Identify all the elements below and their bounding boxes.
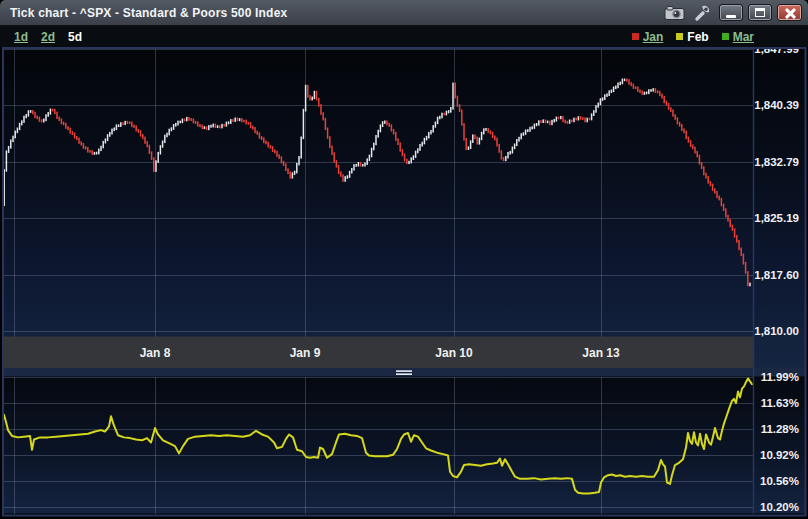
series-legend: JanFebMar: [632, 30, 754, 44]
pct-axis-label: 11.63%: [761, 397, 799, 409]
date-axis-band: [4, 337, 753, 369]
legend-mar[interactable]: Mar: [722, 30, 754, 44]
app-window: Tick chart - ^SPX - Standard & Poors 500…: [0, 0, 808, 519]
legend-feb[interactable]: Feb: [676, 30, 708, 44]
pct-axis-label: 10.56%: [760, 475, 799, 487]
date-label: Jan 8: [140, 346, 171, 360]
price-axis-label: 1,810.00: [754, 325, 799, 337]
titlebar-tools: [663, 4, 802, 22]
panel-splitter[interactable]: [3, 368, 805, 377]
camera-icon[interactable]: [663, 4, 686, 22]
date-label: Jan 10: [435, 346, 473, 360]
range-5d[interactable]: 5d: [68, 30, 82, 44]
legend-jan[interactable]: Jan: [632, 30, 664, 44]
maximize-icon: [755, 8, 765, 17]
minimize-icon: [726, 15, 736, 18]
legend-label[interactable]: Feb: [687, 30, 708, 44]
legend-label[interactable]: Mar: [733, 30, 754, 44]
titlebar[interactable]: Tick chart - ^SPX - Standard & Poors 500…: [0, 0, 808, 26]
date-label: Jan 13: [582, 346, 620, 360]
date-label: Jan 9: [290, 346, 321, 360]
range-1d[interactable]: 1d: [14, 30, 28, 44]
window-title: Tick chart - ^SPX - Standard & Poors 500…: [10, 6, 287, 20]
range-selector: 1d2d5d: [14, 30, 82, 44]
wrench-icon[interactable]: [691, 4, 714, 22]
toolbar: 1d2d5d JanFebMar: [0, 26, 808, 47]
price-plot-area[interactable]: [4, 49, 805, 368]
price-axis-label: 1,832.79: [754, 156, 799, 168]
legend-swatch: [676, 33, 683, 40]
pct-axis-label: 11.28%: [761, 423, 799, 435]
range-2d[interactable]: 2d: [41, 30, 55, 44]
pct-axis-label: 11.99%: [761, 371, 799, 383]
price-axis-label: 1,817.60: [754, 269, 799, 281]
legend-label[interactable]: Jan: [643, 30, 664, 44]
maximize-button[interactable]: [748, 4, 772, 21]
chart-canvas[interactable]: Jan 8Jan 9Jan 10Jan 131,847.991,840.391,…: [0, 47, 808, 519]
legend-swatch: [632, 33, 639, 40]
pct-axis-label: 10.92%: [760, 449, 799, 461]
minimize-button[interactable]: [719, 4, 743, 21]
pct-axis-label: 10.20%: [760, 501, 799, 513]
price-axis-label: 1,840.39: [754, 99, 799, 111]
price-axis-label: 1,825.19: [754, 212, 799, 224]
legend-swatch: [722, 33, 729, 40]
volatility-plot-area[interactable]: [4, 377, 805, 514]
close-button[interactable]: [777, 4, 802, 21]
